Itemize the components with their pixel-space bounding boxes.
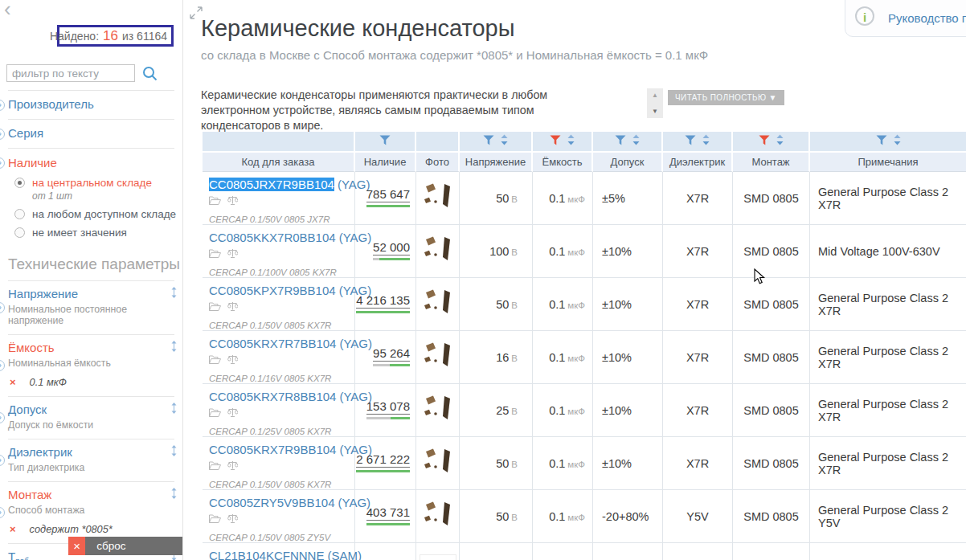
compare-scales-icon[interactable] <box>227 460 238 473</box>
folder-icon[interactable] <box>209 407 221 420</box>
part-number-link[interactable]: CC0805KRX7R7BB104 <box>209 337 336 350</box>
folder-icon[interactable] <box>209 513 221 526</box>
text-filter-input[interactable] <box>6 64 135 82</box>
sort-arrows-icon[interactable] <box>702 134 710 149</box>
sort-arrows-icon[interactable] <box>632 134 640 149</box>
updown-sort-icon[interactable] <box>170 341 178 355</box>
param-name-link[interactable]: Tраб <box>8 550 29 560</box>
stock-quantity-link[interactable]: 52 000 <box>373 240 410 255</box>
compare-scales-icon[interactable] <box>227 354 238 367</box>
radio-icon[interactable] <box>14 227 25 238</box>
updown-sort-icon[interactable] <box>170 287 178 301</box>
updown-sort-icon[interactable] <box>170 445 178 460</box>
part-number-link[interactable]: CC0805KKX7R0BB104 <box>209 231 336 244</box>
product-photo[interactable] <box>421 393 455 427</box>
expand-icon[interactable] <box>190 6 203 22</box>
column-header-col3[interactable]: Напряжение <box>460 153 533 172</box>
product-photo[interactable] <box>421 181 455 215</box>
product-photo[interactable] <box>421 340 455 374</box>
folder-icon[interactable] <box>209 354 221 367</box>
reset-filters-button[interactable]: × сброс фильтров <box>68 537 182 555</box>
manufacturer-code-link[interactable]: (YAG) <box>339 337 372 350</box>
expand-badge-icon[interactable]: » <box>0 302 5 313</box>
part-number-link[interactable]: CC0805KRX7R9BB104 <box>209 443 336 456</box>
availability-option[interactable]: на центральном складеот 1 шт <box>14 177 182 202</box>
column-header-col8[interactable]: Примечания <box>810 153 966 172</box>
stock-quantity-link[interactable]: 100 025 <box>366 557 410 560</box>
folder-icon[interactable] <box>209 460 221 473</box>
stock-quantity-link[interactable]: 153 078 <box>366 399 410 415</box>
availability-option[interactable]: на любом доступном складе <box>14 208 182 220</box>
product-photo[interactable] <box>421 287 455 321</box>
sidebar-section-link[interactable]: Серия <box>8 126 43 140</box>
sort-arrows-icon[interactable] <box>567 134 575 149</box>
stock-quantity-link[interactable]: 2 671 222 <box>356 452 410 468</box>
reset-x-icon[interactable]: × <box>68 537 85 555</box>
scroll-down-icon[interactable]: ▼ <box>652 108 658 115</box>
filter-cell-col6[interactable] <box>663 132 733 153</box>
column-header-col4[interactable]: Ёмкость <box>533 153 593 172</box>
expand-badge-icon[interactable]: » <box>0 360 5 371</box>
filter-funnel-icon[interactable] <box>759 134 770 149</box>
column-header-col6[interactable]: Диэлектрик <box>663 153 733 172</box>
updown-sort-icon[interactable] <box>170 403 178 417</box>
part-number-link[interactable]: CL21B104KCFNNNE <box>209 549 324 560</box>
product-photo[interactable] <box>421 499 455 533</box>
collapse-sidebar-icon[interactable]: ‹ <box>4 0 11 22</box>
manufacturer-code-link[interactable]: (YAG) <box>338 178 370 191</box>
filter-funnel-icon[interactable] <box>483 134 494 149</box>
expand-badge-icon[interactable]: » <box>0 157 5 169</box>
remove-filter-icon[interactable]: × <box>10 523 16 535</box>
product-photo[interactable] <box>421 234 455 268</box>
part-number-link[interactable]: CC0805KPX7R9BB104 <box>209 284 336 297</box>
stock-quantity-link[interactable]: 785 647 <box>366 187 410 202</box>
filter-funnel-icon[interactable] <box>550 134 561 149</box>
filter-funnel-icon[interactable] <box>685 134 696 149</box>
filter-cell-col7[interactable] <box>733 132 810 153</box>
param-name-link[interactable]: Ёмкость <box>8 341 55 354</box>
param-name-link[interactable]: Напряжение <box>8 287 78 300</box>
filter-funnel-icon[interactable] <box>379 134 391 149</box>
radio-icon[interactable] <box>14 178 25 188</box>
column-header-col0[interactable]: Код для заказа <box>203 153 355 172</box>
folder-icon[interactable] <box>209 195 221 208</box>
compare-scales-icon[interactable] <box>227 301 238 314</box>
column-header-col2[interactable]: Фото <box>416 153 460 172</box>
part-number-link[interactable]: CC0805KRX7R8BB104 <box>209 390 336 403</box>
expand-badge-icon[interactable]: » <box>0 455 5 466</box>
expand-badge-icon[interactable]: » <box>0 100 5 111</box>
stock-quantity-link[interactable]: 95 264 <box>373 346 410 362</box>
manufacturer-code-link[interactable]: (SAM) <box>327 549 362 560</box>
filter-cell-col8[interactable] <box>810 132 966 153</box>
user-guide-link[interactable]: Руководство пол <box>888 11 966 25</box>
product-photo[interactable] <box>421 446 455 480</box>
sort-arrows-icon[interactable] <box>501 134 508 149</box>
filter-funnel-icon[interactable] <box>876 134 887 149</box>
user-guide-card[interactable]: i Руководство пол <box>845 0 966 37</box>
filter-cell-col5[interactable] <box>593 132 663 153</box>
remove-filter-icon[interactable]: × <box>10 376 16 388</box>
filter-cell-col1[interactable] <box>355 132 416 153</box>
sort-arrows-icon[interactable] <box>894 134 901 149</box>
param-name-link[interactable]: Монтаж <box>8 488 51 501</box>
folder-icon[interactable] <box>209 248 221 261</box>
sort-arrows-icon[interactable] <box>776 134 784 149</box>
expand-badge-icon[interactable]: » <box>0 412 5 423</box>
part-number-link[interactable]: CC0805ZRY5V9BB104 <box>209 496 335 509</box>
updown-sort-icon[interactable] <box>170 488 178 502</box>
compare-scales-icon[interactable] <box>227 248 238 261</box>
stock-quantity-link[interactable]: 4 216 135 <box>356 293 410 309</box>
radio-icon[interactable] <box>14 209 25 219</box>
part-number-link[interactable]: CC0805JRX7R9BB104 <box>209 178 334 191</box>
stock-quantity-link[interactable]: 403 731 <box>366 505 410 521</box>
column-header-col7[interactable]: Монтаж <box>733 153 810 172</box>
read-more-button[interactable]: читать полностью ▼ <box>668 90 784 105</box>
folder-icon[interactable] <box>209 301 221 314</box>
product-photo[interactable] <box>420 554 456 560</box>
expand-badge-icon[interactable]: » <box>0 507 5 518</box>
filter-cell-col3[interactable] <box>460 132 533 153</box>
filter-cell-col4[interactable] <box>533 132 593 153</box>
compare-scales-icon[interactable] <box>227 407 238 420</box>
scroll-up-icon[interactable]: ▲ <box>652 92 658 99</box>
param-name-link[interactable]: Допуск <box>8 403 47 416</box>
